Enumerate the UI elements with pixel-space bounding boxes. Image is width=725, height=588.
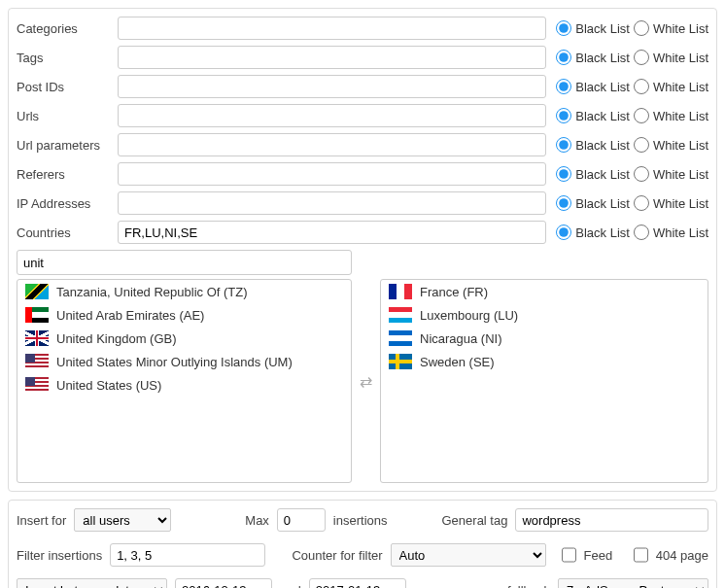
date-to-input[interactable] (309, 578, 406, 588)
blacklist-label: Black List (575, 138, 630, 153)
country-name: United States (US) (56, 378, 161, 393)
flag-fr-icon (389, 284, 412, 299)
filters-panel: CategoriesBlack ListWhite ListTagsBlack … (8, 8, 717, 492)
postids-radios: Black ListWhite List (556, 79, 708, 94)
404-checkbox[interactable] (634, 547, 648, 563)
max-input[interactable] (277, 508, 326, 532)
tags-row: TagsBlack ListWhite List (17, 46, 708, 69)
tags-label: Tags (17, 51, 114, 65)
country-item[interactable]: United Kingdom (GB) (17, 327, 351, 350)
blacklist-label: Black List (575, 225, 630, 240)
countries-row: CountriesBlack ListWhite List (17, 221, 708, 244)
counter-select[interactable]: Auto (391, 543, 546, 567)
flag-ni-icon (389, 330, 412, 346)
country-name: Tanzania, United Republic Of (TZ) (56, 285, 248, 299)
selected-countries-list[interactable]: France (FR)Luxembourg (LU)Nicaragua (NI)… (380, 279, 708, 483)
whitelist-label: White List (653, 80, 708, 94)
referers-blacklist-radio[interactable] (556, 166, 571, 182)
date-from-input[interactable] (175, 578, 272, 588)
urls-row: UrlsBlack ListWhite List (17, 104, 708, 127)
referers-input[interactable] (118, 162, 546, 186)
postids-input[interactable] (118, 75, 546, 98)
dates-mode-select[interactable]: Insert between dates (17, 578, 167, 588)
blacklist-label: Black List (575, 21, 630, 36)
postids-whitelist-radio[interactable] (634, 79, 649, 94)
countries-blacklist-radio[interactable] (556, 225, 571, 240)
country-item[interactable]: France (FR) (381, 280, 708, 303)
whitelist-label: White List (653, 138, 708, 153)
max-label: Max (245, 513, 269, 528)
urlparams-radios: Black ListWhite List (556, 137, 708, 153)
urls-label: Urls (17, 109, 114, 123)
referers-row: ReferersBlack ListWhite List (17, 162, 708, 186)
countries-whitelist-radio[interactable] (634, 225, 649, 240)
404-label: 404 page (656, 548, 708, 563)
flag-gb-icon (25, 330, 49, 346)
country-name: Nicaragua (NI) (420, 331, 502, 346)
tags-blacklist-radio[interactable] (556, 50, 571, 65)
insert-for-select[interactable]: all users (74, 508, 171, 532)
postids-blacklist-radio[interactable] (556, 79, 571, 94)
categories-blacklist-radio[interactable] (556, 20, 571, 36)
urlparams-row: Url parametersBlack ListWhite List (17, 133, 708, 156)
country-item[interactable]: Sweden (SE) (381, 350, 708, 373)
filter-insertions-input[interactable] (110, 543, 265, 567)
whitelist-label: White List (653, 196, 708, 211)
categories-input[interactable] (118, 17, 546, 40)
fallback-select[interactable]: 7 - AdSense Post (558, 578, 708, 588)
whitelist-label: White List (653, 109, 708, 123)
general-tag-label: General tag (442, 513, 508, 528)
available-countries-list[interactable]: Tanzania, United Republic Of (TZ)United … (17, 279, 352, 483)
referers-label: Referers (17, 167, 114, 182)
countries-label: Countries (17, 225, 114, 240)
general-tag-input[interactable] (515, 508, 708, 532)
flag-se-icon (389, 354, 412, 369)
settings-panel: Insert for all users Max insertions Gene… (8, 500, 717, 588)
insertions-label: insertions (333, 513, 388, 528)
flag-ae-icon (25, 307, 49, 323)
country-item[interactable]: Luxembourg (LU) (381, 303, 708, 327)
country-name: Luxembourg (LU) (420, 308, 518, 323)
referers-whitelist-radio[interactable] (634, 166, 649, 182)
urlparams-whitelist-radio[interactable] (634, 137, 649, 153)
tags-whitelist-radio[interactable] (634, 50, 649, 65)
swap-icon[interactable]: ⇄ (360, 372, 372, 391)
country-filter-section: Tanzania, United Republic Of (TZ)United … (17, 250, 708, 483)
categories-whitelist-radio[interactable] (634, 20, 649, 36)
flag-lu-icon (389, 307, 412, 323)
whitelist-label: White List (653, 21, 708, 36)
ips-input[interactable] (118, 191, 546, 215)
country-name: Sweden (SE) (420, 355, 495, 369)
postids-label: Post IDs (17, 80, 114, 94)
whitelist-label: White List (653, 167, 708, 182)
urls-input[interactable] (118, 104, 546, 127)
ips-whitelist-radio[interactable] (634, 195, 649, 211)
country-search-input[interactable] (17, 250, 352, 275)
country-item[interactable]: United States Minor Outlying Islands (UM… (17, 350, 351, 373)
blacklist-label: Black List (575, 51, 630, 65)
flag-tz-icon (25, 284, 49, 299)
whitelist-label: White List (653, 225, 708, 240)
ips-blacklist-radio[interactable] (556, 195, 571, 211)
urls-radios: Black ListWhite List (556, 108, 708, 123)
country-item[interactable]: United States (US) (17, 373, 351, 397)
tags-radios: Black ListWhite List (556, 50, 708, 65)
feed-label: Feed (584, 548, 613, 563)
insert-for-label: Insert for (17, 513, 66, 528)
countries-input[interactable] (118, 221, 546, 244)
ips-row: IP AddressesBlack ListWhite List (17, 191, 708, 215)
tags-input[interactable] (118, 46, 546, 69)
fallback-label: fallback (507, 583, 550, 589)
urlparams-blacklist-radio[interactable] (556, 137, 571, 153)
blacklist-label: Black List (575, 109, 630, 123)
urls-blacklist-radio[interactable] (556, 108, 571, 123)
categories-label: Categories (17, 21, 114, 36)
urlparams-input[interactable] (118, 133, 546, 156)
country-item[interactable]: Nicaragua (NI) (381, 327, 708, 350)
feed-checkbox[interactable] (562, 547, 576, 563)
urls-whitelist-radio[interactable] (634, 108, 649, 123)
whitelist-label: White List (653, 51, 708, 65)
country-item[interactable]: United Arab Emirates (AE) (17, 303, 351, 327)
country-item[interactable]: Tanzania, United Republic Of (TZ) (17, 280, 351, 303)
categories-radios: Black ListWhite List (556, 20, 708, 36)
